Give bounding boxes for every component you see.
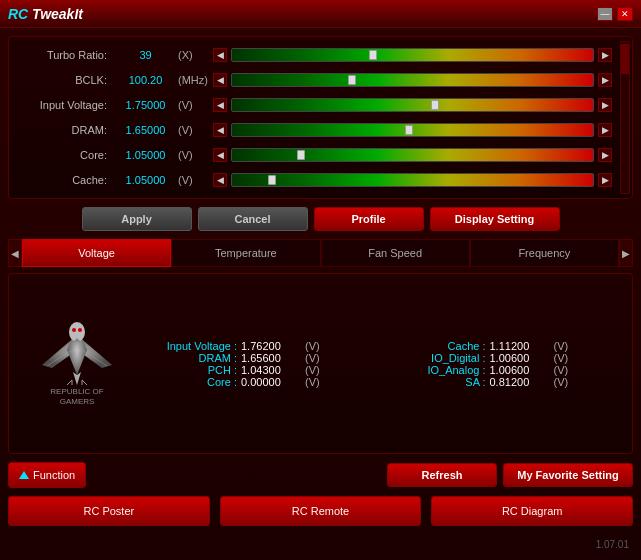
bclk-label: BCLK: — [13, 74, 113, 86]
tab-temperature[interactable]: Temperature — [171, 239, 320, 267]
dram-thumb[interactable] — [405, 125, 413, 135]
title-rc: RC — [8, 6, 28, 22]
rog-text: REPUBLIC OF GAMERS — [50, 387, 103, 408]
cache-label: Cache: — [13, 174, 113, 186]
tab-fan-speed[interactable]: Fan Speed — [321, 239, 470, 267]
monitor-right-col: Cache : 1.11200 (V) IO_Digital : 1.00600… — [396, 340, 625, 388]
core-label: Core: — [13, 149, 113, 161]
dram-right-arrow[interactable]: ▶ — [598, 123, 612, 137]
input-voltage-right-arrow[interactable]: ▶ — [598, 98, 612, 112]
turbo-track[interactable] — [231, 48, 594, 62]
monitor-left-col: Input Voltage : 1.76200 (V) DRAM : 1.656… — [147, 340, 376, 388]
slider-row-input-voltage: Input Voltage: 1.75000 (V) ◀ ▶ — [13, 95, 628, 115]
core-right-arrow[interactable]: ▶ — [598, 148, 612, 162]
input-voltage-track-container: ◀ ▶ — [213, 98, 612, 112]
my-favorite-button[interactable]: My Favorite Setting — [503, 463, 633, 487]
tab-left-arrow[interactable]: ◀ — [8, 239, 22, 267]
monitor-cache: Cache : 1.11200 (V) — [396, 340, 625, 352]
cache-unit: (V) — [178, 174, 213, 186]
bclk-left-arrow[interactable]: ◀ — [213, 73, 227, 87]
tabs-row: ◀ Voltage Temperature Fan Speed Frequenc… — [8, 239, 633, 267]
dram-unit: (V) — [178, 124, 213, 136]
dram-label: DRAM: — [13, 124, 113, 136]
app-title: RC TweakIt — [8, 6, 83, 22]
cancel-button[interactable]: Cancel — [198, 207, 308, 231]
monitor-panel: REPUBLIC OF GAMERS Input Voltage : 1.762… — [8, 273, 633, 454]
display-setting-button[interactable]: Display Setting — [430, 207, 560, 231]
monitor-io-analog: IO_Analog : 1.00600 (V) — [396, 364, 625, 376]
tab-voltage[interactable]: Voltage — [22, 239, 171, 267]
slider-row-turbo: Turbo Ratio: 39 (X) ◀ ▶ — [13, 45, 628, 65]
cache-right-arrow[interactable]: ▶ — [598, 173, 612, 187]
cache-track[interactable] — [231, 173, 594, 187]
rog-eagle-icon — [37, 320, 117, 385]
rc-diagram-button[interactable]: RC Diagram — [431, 496, 633, 526]
cache-value: 1.05000 — [113, 174, 178, 186]
core-track-container: ◀ ▶ — [213, 148, 612, 162]
turbo-left-arrow[interactable]: ◀ — [213, 48, 227, 62]
main-container: Turbo Ratio: 39 (X) ◀ ▶ BCLK: 100.20 (MH… — [0, 28, 641, 560]
window-controls: — ✕ — [597, 7, 633, 21]
cache-thumb[interactable] — [268, 175, 276, 185]
monitor-pch: PCH : 1.04300 (V) — [147, 364, 376, 376]
triangle-up-icon — [19, 471, 29, 479]
tab-frequency[interactable]: Frequency — [470, 239, 619, 267]
scrollbar-thumb[interactable] — [621, 44, 629, 74]
sliders-panel: Turbo Ratio: 39 (X) ◀ ▶ BCLK: 100.20 (MH… — [8, 36, 633, 199]
turbo-thumb[interactable] — [369, 50, 377, 60]
action-buttons-row: Apply Cancel Profile Display Setting — [8, 205, 633, 233]
profile-button[interactable]: Profile — [314, 207, 424, 231]
slider-row-cache: Cache: 1.05000 (V) ◀ ▶ — [13, 170, 628, 190]
slider-row-core: Core: 1.05000 (V) ◀ ▶ — [13, 145, 628, 165]
bclk-value: 100.20 — [113, 74, 178, 86]
minimize-button[interactable]: — — [597, 7, 613, 21]
svg-line-12 — [82, 380, 87, 385]
slider-row-bclk: BCLK: 100.20 (MHz) ◀ ▶ — [13, 70, 628, 90]
cache-left-arrow[interactable]: ◀ — [213, 173, 227, 187]
svg-point-5 — [78, 328, 82, 332]
turbo-label: Turbo Ratio: — [13, 49, 113, 61]
monitor-dram: DRAM : 1.65600 (V) — [147, 352, 376, 364]
core-track[interactable] — [231, 148, 594, 162]
close-button[interactable]: ✕ — [617, 7, 633, 21]
input-voltage-label: Input Voltage: — [13, 99, 113, 111]
monitor-io-digital: IO_Digital : 1.00600 (V) — [396, 352, 625, 364]
turbo-unit: (X) — [178, 49, 213, 61]
dram-left-arrow[interactable]: ◀ — [213, 123, 227, 137]
bclk-track-container: ◀ ▶ — [213, 73, 612, 87]
svg-point-4 — [72, 328, 76, 332]
bclk-thumb[interactable] — [348, 75, 356, 85]
scrollbar[interactable] — [620, 41, 630, 194]
rc-remote-button[interactable]: RC Remote — [220, 496, 422, 526]
input-voltage-left-arrow[interactable]: ◀ — [213, 98, 227, 112]
dram-track[interactable] — [231, 123, 594, 137]
monitor-core: Core : 0.00000 (V) — [147, 376, 376, 388]
dram-value: 1.65000 — [113, 124, 178, 136]
input-voltage-thumb[interactable] — [431, 100, 439, 110]
turbo-right-arrow[interactable]: ▶ — [598, 48, 612, 62]
function-button[interactable]: Function — [8, 462, 86, 488]
input-voltage-track[interactable] — [231, 98, 594, 112]
slider-row-dram: DRAM: 1.65000 (V) ◀ ▶ — [13, 120, 628, 140]
turbo-value: 39 — [113, 49, 178, 61]
monitor-grid: Input Voltage : 1.76200 (V) DRAM : 1.656… — [147, 340, 624, 388]
input-voltage-value: 1.75000 — [113, 99, 178, 111]
cache-track-container: ◀ ▶ — [213, 173, 612, 187]
rc-poster-button[interactable]: RC Poster — [8, 496, 210, 526]
bclk-right-arrow[interactable]: ▶ — [598, 73, 612, 87]
turbo-track-container: ◀ ▶ — [213, 48, 612, 62]
tab-right-arrow[interactable]: ▶ — [619, 239, 633, 267]
title-tweakit: TweakIt — [28, 6, 83, 22]
monitor-input-voltage: Input Voltage : 1.76200 (V) — [147, 340, 376, 352]
core-thumb[interactable] — [297, 150, 305, 160]
version-bar: 1.07.01 — [8, 536, 633, 552]
bclk-track[interactable] — [231, 73, 594, 87]
function-label: Function — [33, 469, 75, 481]
rc-buttons-row: RC Poster RC Remote RC Diagram — [8, 496, 633, 530]
core-left-arrow[interactable]: ◀ — [213, 148, 227, 162]
refresh-button[interactable]: Refresh — [387, 463, 497, 487]
apply-button[interactable]: Apply — [82, 207, 192, 231]
dram-track-container: ◀ ▶ — [213, 123, 612, 137]
version-text: 1.07.01 — [596, 539, 629, 550]
monitor-sa: SA : 0.81200 (V) — [396, 376, 625, 388]
